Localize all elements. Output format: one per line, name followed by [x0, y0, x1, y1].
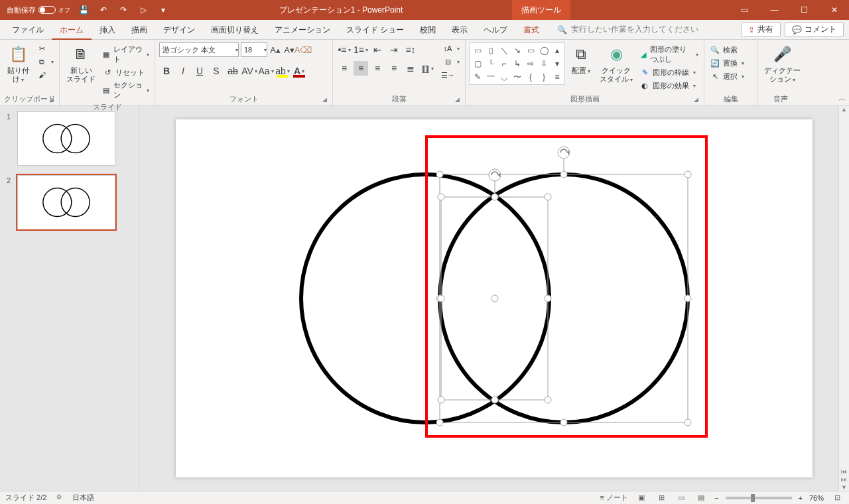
tab-insert[interactable]: 挿入 [92, 20, 123, 40]
redo-icon[interactable]: ↷ [117, 3, 130, 17]
paste-button[interactable]: 📋 貼り付け▾ [4, 42, 33, 85]
minimize-icon[interactable]: — [759, 0, 789, 20]
align-center-button[interactable]: ≡ [354, 61, 368, 76]
bold-button[interactable]: B [159, 64, 174, 78]
launcher-icon[interactable]: ◢ [322, 96, 327, 103]
shape-effects-button[interactable]: ◐図形の効果▾ [638, 80, 700, 92]
shape-arc-icon[interactable]: ◡ [498, 71, 510, 83]
shape-elbowarrow-icon[interactable]: ↳ [511, 58, 523, 70]
dec-indent-button[interactable]: ⇤ [370, 42, 385, 57]
quick-styles-button[interactable]: ◉ クイック スタイル▾ [597, 42, 635, 85]
tab-animations[interactable]: アニメーション [267, 20, 338, 40]
launcher-icon[interactable]: ◢ [455, 96, 460, 103]
vertical-scrollbar[interactable]: ▲ ⏮ ⏭ ▼ [838, 106, 849, 491]
maximize-icon[interactable]: ☐ [789, 0, 819, 20]
shape-more-down-icon[interactable]: ▾ [551, 58, 563, 70]
sorter-view-icon[interactable]: ⊞ [655, 493, 668, 503]
comments-button[interactable]: 💬コメント [785, 22, 844, 37]
columns-button[interactable]: ▥▾ [420, 61, 434, 76]
tab-draw[interactable]: 描画 [123, 20, 155, 40]
tab-help[interactable]: ヘルプ [476, 20, 515, 40]
prev-slide-icon[interactable]: ⏮ [839, 468, 849, 475]
shape-oval-icon[interactable]: ◯ [538, 44, 550, 56]
change-case-button[interactable]: Aa▾ [259, 64, 273, 78]
shape-rect-icon[interactable]: ▭ [525, 44, 537, 56]
inc-indent-button[interactable]: ⇥ [387, 42, 401, 57]
reset-button[interactable]: ↺リセット [101, 66, 151, 78]
launcher-icon[interactable]: ◢ [49, 96, 54, 103]
tab-view[interactable]: 表示 [444, 20, 476, 40]
save-icon[interactable]: 💾 [77, 3, 90, 17]
tab-review[interactable]: 校閲 [412, 20, 444, 40]
underline-button[interactable]: U [192, 64, 207, 78]
slide-thumbnail-1[interactable] [17, 111, 115, 166]
align-text-button[interactable]: ⊟▾ [441, 56, 461, 68]
char-spacing-button[interactable]: AV▾ [242, 64, 257, 78]
shape-outline-button[interactable]: ✎図形の枠線▾ [638, 66, 700, 78]
clear-format-button[interactable]: A⌫ [297, 44, 309, 56]
collapse-ribbon-icon[interactable]: ︿ [838, 93, 846, 104]
new-slide-button[interactable]: 🗎 新しい スライド [64, 42, 98, 85]
present-icon[interactable]: ▷ [137, 3, 150, 17]
shape-curve-icon[interactable]: 〰 [485, 71, 497, 83]
shapes-gallery[interactable]: ▭ ▯ ＼ ↘ ▭ ◯ ▴ ▢ └ ⌐ ↳ ⇨ ⇩ ▾ ✎ 〰 ◡ 〜 { } [470, 42, 565, 85]
dictate-button[interactable]: 🎤 ディクテー ション▾ [761, 42, 803, 85]
copy-button[interactable]: ⧉▾ [35, 56, 55, 68]
cut-button[interactable]: ✂ [35, 42, 55, 54]
italic-button[interactable]: I [176, 64, 190, 78]
shape-arrowline-icon[interactable]: ↘ [511, 44, 523, 56]
shape-elbow-icon[interactable]: ⌐ [498, 58, 510, 70]
tab-file[interactable]: ファイル [4, 20, 52, 40]
line-spacing-button[interactable]: ≡↕ [403, 42, 418, 57]
align-right-button[interactable]: ≡ [370, 61, 385, 76]
autosave-toggle[interactable]: 自動保存 オフ [7, 5, 70, 15]
grow-font-button[interactable]: A▴ [269, 44, 281, 56]
slide-canvas[interactable] [176, 119, 813, 477]
smartart-button[interactable]: ☰→ [441, 69, 461, 81]
tell-me-search[interactable]: 🔍 実行したい作業を入力してください [557, 24, 698, 35]
shape-fill-button[interactable]: ◢図形の塗りつぶし▾ [638, 44, 700, 65]
bullets-button[interactable]: •≡▾ [337, 42, 352, 57]
shape-textbox-icon[interactable]: ▭ [472, 44, 484, 56]
shape-lbrace-icon[interactable]: { [525, 71, 537, 83]
next-slide-icon[interactable]: ⏭ [839, 476, 849, 483]
shape-roundrect-icon[interactable]: ▢ [472, 58, 484, 70]
format-painter-button[interactable]: 🖌 [35, 69, 55, 81]
tab-design[interactable]: デザイン [155, 20, 203, 40]
slide-thumbnail-2[interactable] [17, 175, 115, 229]
shape-vtextbox-icon[interactable]: ▯ [485, 44, 497, 56]
slide-edit-area[interactable]: ▲ ⏮ ⏭ ▼ [139, 106, 849, 491]
zoom-level[interactable]: 76% [809, 494, 824, 502]
shape-rbrace-icon[interactable]: } [538, 71, 550, 83]
text-direction-button[interactable]: ↕A▾ [441, 42, 461, 54]
normal-view-icon[interactable]: ▣ [635, 493, 648, 503]
layout-button[interactable]: ▦レイアウト▾ [101, 44, 151, 65]
select-button[interactable]: ↖選択▾ [708, 70, 746, 82]
shrink-font-button[interactable]: A▾ [283, 44, 295, 56]
shape-line-icon[interactable]: ＼ [498, 44, 510, 56]
align-left-button[interactable]: ≡ [337, 61, 352, 76]
numbering-button[interactable]: 1≡▾ [354, 42, 368, 57]
tab-format[interactable]: 書式 [515, 20, 547, 40]
replace-button[interactable]: 🔄置換▾ [708, 57, 746, 69]
section-button[interactable]: ▤セクション▾ [101, 80, 151, 101]
shape-connector-icon[interactable]: └ [485, 58, 497, 70]
zoom-in-button[interactable]: + [799, 494, 803, 502]
share-button[interactable]: ⇪共有 [741, 22, 781, 37]
slide-indicator[interactable]: スライド 2/2 [5, 493, 46, 503]
tab-slideshow[interactable]: スライド ショー [338, 20, 412, 40]
shape-more-up-icon[interactable]: ▴ [551, 44, 563, 56]
highlight-button[interactable]: ab▾ [275, 64, 290, 78]
launcher-icon[interactable]: ◢ [694, 96, 698, 103]
close-icon[interactable]: ✕ [819, 0, 849, 20]
fit-window-icon[interactable]: ⊡ [830, 493, 844, 503]
shape-darrow-icon[interactable]: ⇩ [538, 58, 550, 70]
tab-transitions[interactable]: 画面切り替え [203, 20, 267, 40]
ribbon-mode-icon[interactable]: ▭ [730, 0, 759, 20]
find-button[interactable]: 🔍検索 [708, 44, 746, 56]
justify-button[interactable]: ≡ [387, 61, 401, 76]
tab-home[interactable]: ホーム [52, 20, 92, 40]
shape-overflow-icon[interactable]: ≡ [551, 71, 563, 83]
notes-button[interactable]: ≡ ノート [600, 493, 628, 503]
font-size-select[interactable]: 18▾ [241, 42, 267, 57]
